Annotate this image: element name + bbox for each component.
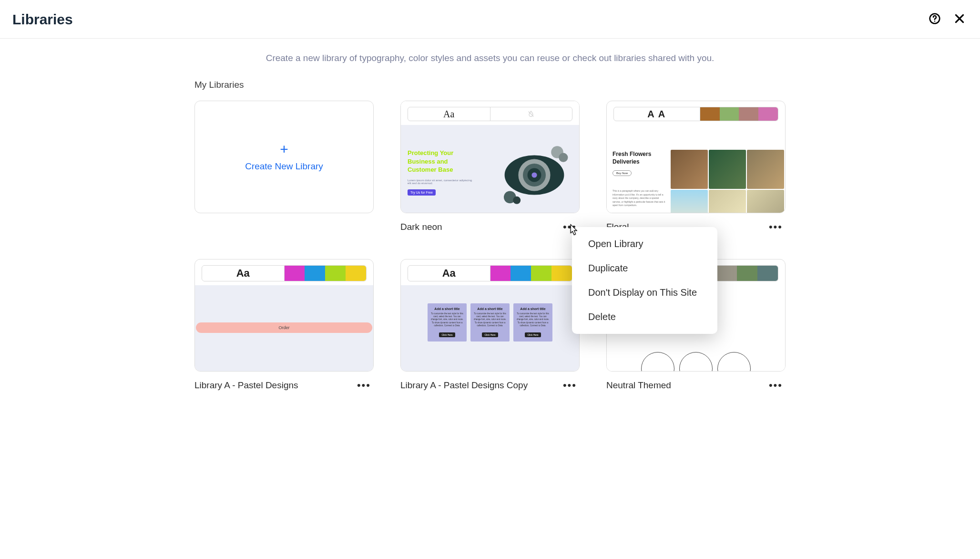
preview-mini-card: Add a short title To customize the text …: [470, 303, 510, 342]
color-swatches: [490, 265, 573, 281]
color-swatches: [700, 107, 778, 121]
preview-topbar: Aa: [401, 101, 579, 125]
swatch: [757, 266, 778, 281]
swatch: [739, 107, 758, 121]
more-options-button[interactable]: •••: [768, 381, 784, 390]
header-actions: [927, 10, 968, 29]
circle-icon: [679, 352, 713, 372]
swatch: [305, 266, 325, 281]
more-options-button[interactable]: •••: [356, 381, 372, 390]
card-footer: Library A - Pastel Designs Copy •••: [400, 372, 580, 391]
preview-image: [671, 190, 708, 213]
preview-lorem: This is a paragraph where you can add an…: [612, 189, 667, 207]
plus-icon: +: [280, 142, 288, 156]
menu-item-dont-display[interactable]: Don't Display on This Site: [572, 280, 717, 305]
preview-headline-line: Business and: [408, 158, 448, 165]
libraries-grid: + Create New Library Aa Protecting Your: [194, 101, 786, 391]
mini-card-title: Add a short title: [516, 307, 550, 311]
mini-card-button: Click Here: [439, 332, 455, 337]
create-new-library-label: Create New Library: [245, 161, 323, 172]
typography-swatch: Aa: [408, 107, 490, 121]
menu-item-delete[interactable]: Delete: [572, 305, 717, 329]
help-icon[interactable]: [927, 10, 943, 29]
menu-item-open-library[interactable]: Open Library: [572, 232, 717, 256]
library-card-floral: A A Fresh Flowers Deliveries Buy Now Thi…: [606, 101, 786, 232]
more-options-button[interactable]: •••: [768, 222, 784, 231]
library-card-library-a-copy: Aa Add a short title To customize the te…: [400, 259, 580, 391]
library-card[interactable]: Aa Order: [194, 259, 374, 372]
close-icon[interactable]: [951, 10, 968, 29]
library-card[interactable]: Aa Protecting Your Business and Customer…: [400, 101, 580, 213]
typography-swatch: A A: [613, 107, 700, 121]
preview-mini-cards: Add a short title To customize the text …: [406, 290, 574, 342]
preview-body: Protecting Your Business and Customer Ba…: [401, 125, 579, 213]
preview-cta-button: Try Us for Free: [408, 189, 436, 196]
no-color-icon: [490, 107, 573, 121]
create-new-library-button[interactable]: + Create New Library: [194, 101, 374, 213]
swatch: [325, 266, 346, 281]
preview-headline-line: Customer Base: [408, 166, 453, 173]
typography-swatch: Aa: [408, 265, 490, 281]
color-swatches: [285, 265, 367, 281]
more-options-button[interactable]: •••: [562, 381, 578, 390]
preview-topbar: Aa: [195, 259, 373, 285]
preview-image: [747, 150, 784, 189]
preview-order-button: Order: [196, 322, 372, 333]
mini-card-button: Click Here: [482, 332, 498, 337]
preview-circles: [641, 352, 751, 372]
swatch: [490, 266, 511, 281]
mini-card-body: To customize the text style for this car…: [430, 312, 464, 327]
library-title: Library A - Pastel Designs Copy: [400, 380, 528, 391]
library-card[interactable]: A A Fresh Flowers Deliveries Buy Now Thi…: [606, 101, 786, 213]
swatch: [758, 107, 778, 121]
typography-swatch: Aa: [202, 265, 285, 281]
mini-card-button: Click Here: [525, 332, 541, 337]
svg-point-10: [513, 197, 521, 204]
preview-mini-card: Add a short title To customize the text …: [513, 303, 552, 342]
library-card-library-a: Aa Order Library A - Pastel Designs •••: [194, 259, 374, 391]
preview-body: Fresh Flowers Deliveries Buy Now This is…: [607, 125, 785, 213]
svg-point-3: [559, 153, 568, 162]
library-title: Library A - Pastel Designs: [194, 380, 298, 391]
swatch: [285, 266, 305, 281]
preview-image-grid: [671, 150, 784, 213]
create-library-cell: + Create New Library: [194, 101, 374, 232]
swatch: [720, 107, 739, 121]
library-card-dark-neon: Aa Protecting Your Business and Customer…: [400, 101, 580, 232]
preview-headline: Fresh Flowers Deliveries: [612, 151, 667, 166]
menu-item-duplicate[interactable]: Duplicate: [572, 256, 717, 280]
preview-image: [671, 150, 708, 189]
svg-point-8: [531, 172, 537, 177]
preview-lorem: Lorem ipsum dolor sit amet, consectetur …: [408, 179, 474, 185]
svg-point-1: [934, 21, 935, 21]
swatch: [700, 107, 720, 121]
page-subtitle: Create a new library of typography, colo…: [0, 39, 980, 68]
dialog-header: Libraries: [0, 0, 980, 39]
preview-body: Order: [195, 285, 373, 371]
swatch: [737, 266, 757, 281]
preview-cta-button: Buy Now: [612, 170, 632, 176]
preview-mini-card: Add a short title To customize the text …: [428, 303, 467, 342]
context-menu: Open Library Duplicate Don't Display on …: [572, 227, 717, 334]
circle-icon: [641, 352, 674, 372]
preview-image: [709, 190, 746, 213]
preview-topbar: Aa: [401, 259, 579, 285]
library-title: Dark neon: [400, 222, 442, 232]
mini-card-body: To customize the text style for this car…: [516, 312, 550, 327]
swatch: [551, 266, 572, 281]
library-card[interactable]: Aa Add a short title To customize the te…: [400, 259, 580, 372]
card-footer: Neutral Themed •••: [606, 372, 786, 391]
library-title: Neutral Themed: [606, 380, 671, 391]
preview-text-block: Fresh Flowers Deliveries Buy Now This is…: [612, 151, 667, 207]
preview-hero-text: Protecting Your Business and Customer Ba…: [408, 149, 474, 196]
preview-body: Add a short title To customize the text …: [401, 285, 579, 371]
page-title: Libraries: [12, 11, 73, 28]
swatch: [531, 266, 551, 281]
card-footer: Dark neon •••: [400, 213, 580, 232]
mini-card-body: To customize the text style for this car…: [473, 312, 507, 327]
preview-illustration-eye-icon: [496, 144, 572, 206]
mini-card-title: Add a short title: [430, 307, 464, 311]
card-footer: Library A - Pastel Designs •••: [194, 372, 374, 391]
swatch: [510, 266, 531, 281]
preview-headline-line: Protecting Your: [408, 149, 453, 156]
